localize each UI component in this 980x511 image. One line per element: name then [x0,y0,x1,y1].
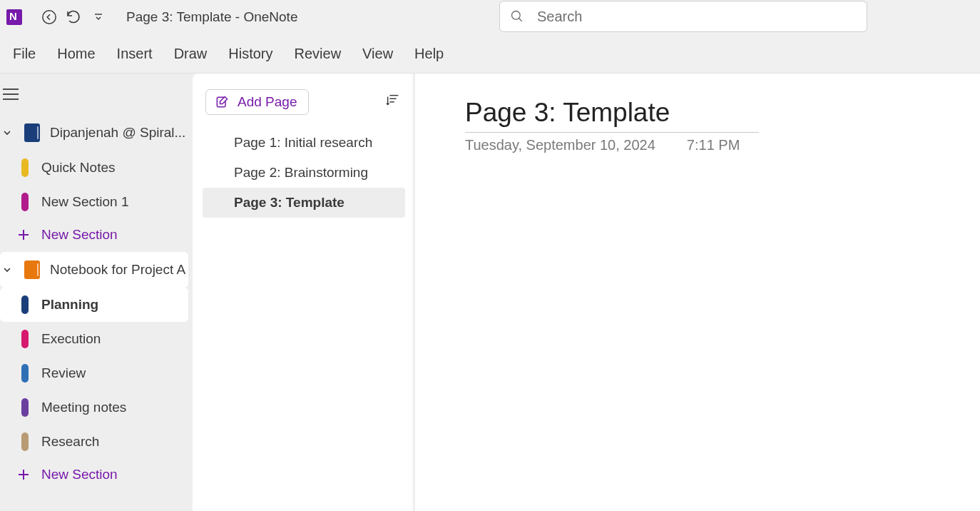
new-section-button[interactable]: New Section [0,219,193,251]
navigation-panel: Dipanjenah @ Spiral... Quick Notes New S… [0,74,193,511]
plus-icon [17,468,30,481]
notebook-label: Notebook for Project A [50,262,185,278]
section-color-icon [21,330,29,348]
tab-insert[interactable]: Insert [117,41,153,66]
new-section-button[interactable]: New Section [0,459,193,490]
notebook-icon [24,123,40,142]
notebook-item[interactable]: Notebook for Project A [0,252,188,288]
section-label: Review [41,365,86,381]
section-color-icon [21,295,29,314]
section-color-icon [21,158,29,177]
section-color-icon [21,364,29,383]
search-input[interactable] [537,9,857,25]
section-label: Quick Notes [41,160,115,176]
page-title: Page 1: Initial research [234,135,372,151]
section-label: Research [41,434,99,450]
section-color-icon [21,193,29,211]
section-label: Planning [41,297,98,313]
tab-review[interactable]: Review [295,41,342,66]
hamburger-icon[interactable] [1,87,20,101]
section-item[interactable]: Meeting notes [0,390,193,425]
undo-button[interactable] [61,5,86,29]
pages-panel: Add Page Page 1: Initial research Page 2… [193,74,415,511]
customize-qat-button[interactable] [90,5,107,29]
titlebar: Page 3: Template - OneNote [0,0,980,34]
section-color-icon [21,432,29,451]
section-item[interactable]: Research [0,425,193,459]
page-canvas[interactable]: Page 3: Template Tuesday, September 10, … [415,74,980,511]
sort-icon [385,93,401,108]
chevron-down-icon[interactable] [0,128,14,138]
sort-pages-button[interactable] [385,93,401,111]
section-item[interactable]: Review [0,356,193,390]
plus-icon [17,228,30,241]
chevron-down-icon[interactable] [0,265,14,275]
search-icon [510,9,524,24]
window-title: Page 3: Template - OneNote [126,9,297,25]
ribbon-tabs: File Home Insert Draw History Review Vie… [0,34,980,74]
app-icon [6,9,22,25]
notebook-label: Dipanjenah @ Spiral... [50,125,185,141]
svg-point-2 [512,11,521,20]
svg-point-0 [43,11,56,24]
page-time: 7:11 PM [687,137,740,153]
section-item[interactable]: Quick Notes [0,151,193,185]
page-title: Page 2: Brainstorming [234,165,368,181]
tab-history[interactable]: History [228,41,272,66]
page-title: Page 3: Template [234,195,344,211]
search-box[interactable] [499,1,867,32]
page-item[interactable]: Page 2: Brainstorming [203,158,405,188]
tab-draw[interactable]: Draw [174,41,208,66]
section-item[interactable]: Execution [0,322,193,356]
svg-line-3 [519,19,522,21]
back-button[interactable] [37,5,61,29]
notebook-icon [24,260,40,279]
tab-file[interactable]: File [13,41,36,66]
tab-help[interactable]: Help [414,41,444,66]
section-item[interactable]: New Section 1 [0,185,193,219]
tab-view[interactable]: View [362,41,393,66]
section-color-icon [21,398,29,417]
page-date: Tuesday, September 10, 2024 [465,137,655,153]
add-page-button[interactable]: Add Page [205,89,309,115]
add-page-icon [215,95,229,109]
section-item[interactable]: Planning [0,288,188,322]
add-page-label: Add Page [238,94,297,110]
page-item[interactable]: Page 3: Template [203,188,405,218]
section-label: New Section 1 [41,194,129,210]
section-label: Execution [41,331,101,347]
new-section-label: New Section [41,467,118,482]
new-section-label: New Section [41,227,118,243]
notebook-item[interactable]: Dipanjenah @ Spiral... [0,115,193,151]
section-label: Meeting notes [41,400,126,415]
tab-home[interactable]: Home [57,41,95,66]
page-title-heading[interactable]: Page 3: Template [465,98,759,133]
page-item[interactable]: Page 1: Initial research [203,128,405,158]
